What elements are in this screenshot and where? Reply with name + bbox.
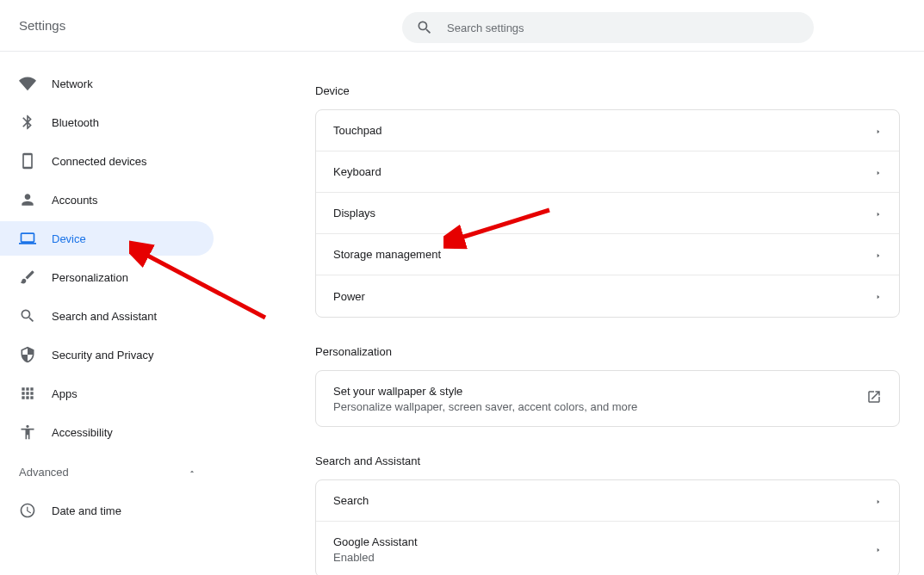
row-storage-management[interactable]: Storage management bbox=[316, 234, 899, 275]
sidebar-item-apps[interactable]: Apps bbox=[0, 376, 214, 411]
sidebar-item-accounts[interactable]: Accounts bbox=[0, 182, 214, 217]
sidebar-item-label: Date and time bbox=[52, 504, 121, 517]
search-container[interactable] bbox=[402, 12, 814, 43]
person-icon bbox=[19, 191, 36, 208]
laptop-icon bbox=[19, 230, 36, 247]
row-subtitle: Enabled bbox=[333, 551, 418, 564]
sidebar-item-label: Accessibility bbox=[52, 426, 113, 439]
personalization-card: Set your wallpaper & style Personalize w… bbox=[315, 370, 900, 427]
row-subtitle: Personalize wallpaper, screen saver, acc… bbox=[333, 400, 637, 413]
row-label: Displays bbox=[333, 207, 375, 219]
devices-icon bbox=[19, 152, 36, 170]
row-keyboard[interactable]: Keyboard bbox=[316, 151, 899, 193]
chevron-right-icon bbox=[875, 123, 882, 139]
sidebar-item-label: Device bbox=[52, 232, 86, 245]
sidebar-item-label: Security and Privacy bbox=[52, 349, 154, 362]
chevron-up-icon bbox=[188, 467, 196, 476]
settings-header: Settings bbox=[0, 0, 924, 52]
chevron-right-icon bbox=[875, 164, 882, 180]
sidebar-item-connected-devices[interactable]: Connected devices bbox=[0, 144, 214, 178]
sidebar-item-label: Connected devices bbox=[52, 155, 147, 168]
row-label: Touchpad bbox=[333, 124, 381, 137]
external-link-icon bbox=[866, 389, 882, 408]
row-label: Google Assistant bbox=[333, 535, 418, 548]
sidebar-item-date-time[interactable]: Date and time bbox=[0, 493, 214, 528]
row-label: Storage management bbox=[333, 248, 441, 261]
sidebar-advanced-toggle[interactable]: Advanced bbox=[0, 454, 214, 489]
sidebar-item-network[interactable]: Network bbox=[0, 66, 214, 101]
search-assistant-card: Search Google Assistant Enabled bbox=[315, 479, 900, 575]
chevron-right-icon bbox=[875, 288, 882, 304]
main-content: Device Touchpad Keyboard Displays Storag… bbox=[214, 52, 924, 575]
row-text: Google Assistant Enabled bbox=[333, 535, 418, 564]
row-label: Search bbox=[333, 494, 369, 507]
bluetooth-icon bbox=[19, 114, 36, 131]
row-label: Power bbox=[333, 290, 365, 303]
chevron-right-icon bbox=[875, 541, 882, 557]
wifi-icon bbox=[19, 75, 36, 92]
sidebar-item-label: Search and Assistant bbox=[52, 310, 157, 323]
sidebar-item-personalization[interactable]: Personalization bbox=[0, 260, 214, 294]
sidebar-item-label: Bluetooth bbox=[52, 116, 99, 129]
sidebar-item-security-privacy[interactable]: Security and Privacy bbox=[0, 337, 214, 372]
chevron-right-icon bbox=[875, 206, 882, 221]
sidebar-item-label: Personalization bbox=[52, 271, 128, 284]
chevron-right-icon bbox=[875, 493, 882, 509]
accessibility-icon bbox=[19, 424, 36, 441]
row-touchpad[interactable]: Touchpad bbox=[316, 110, 899, 151]
shield-icon bbox=[19, 346, 36, 363]
row-search[interactable]: Search bbox=[316, 480, 899, 522]
clock-icon bbox=[19, 502, 36, 519]
sidebar-item-label: Accounts bbox=[52, 194, 97, 207]
section-title-device: Device bbox=[315, 84, 900, 97]
search-icon bbox=[416, 19, 433, 36]
row-displays[interactable]: Displays bbox=[316, 193, 899, 234]
sidebar-item-label: Apps bbox=[52, 387, 78, 400]
row-label: Keyboard bbox=[333, 165, 381, 178]
apps-icon bbox=[19, 385, 36, 402]
page-title: Settings bbox=[19, 18, 65, 33]
sidebar-item-bluetooth[interactable]: Bluetooth bbox=[0, 105, 214, 139]
section-title-search-assistant: Search and Assistant bbox=[315, 454, 900, 467]
advanced-label: Advanced bbox=[19, 466, 69, 479]
row-power[interactable]: Power bbox=[316, 275, 899, 317]
sidebar-item-device[interactable]: Device bbox=[0, 221, 214, 256]
row-wallpaper-style[interactable]: Set your wallpaper & style Personalize w… bbox=[316, 371, 899, 426]
row-google-assistant[interactable]: Google Assistant Enabled bbox=[316, 522, 899, 575]
sidebar-item-accessibility[interactable]: Accessibility bbox=[0, 415, 214, 449]
section-title-personalization: Personalization bbox=[315, 345, 900, 358]
sidebar: Network Bluetooth Connected devices Acco… bbox=[0, 52, 214, 575]
device-card: Touchpad Keyboard Displays Storage manag… bbox=[315, 109, 900, 318]
row-text: Set your wallpaper & style Personalize w… bbox=[333, 385, 637, 413]
sidebar-item-label: Network bbox=[52, 77, 93, 90]
chevron-right-icon bbox=[875, 247, 882, 263]
row-label: Set your wallpaper & style bbox=[333, 385, 637, 398]
search-input[interactable] bbox=[447, 22, 800, 34]
sidebar-item-search-assistant[interactable]: Search and Assistant bbox=[0, 299, 214, 333]
brush-icon bbox=[19, 269, 36, 286]
search-icon bbox=[19, 307, 36, 325]
